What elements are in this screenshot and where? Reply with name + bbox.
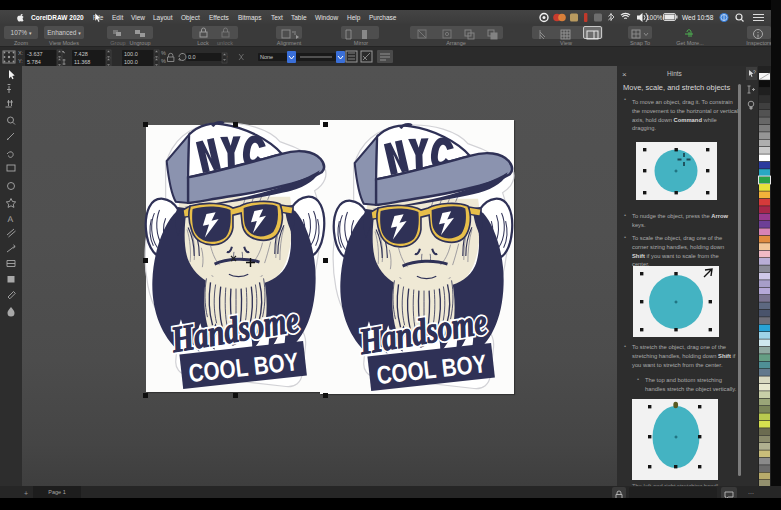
svg-text:A: A — [8, 214, 14, 224]
svg-text:?: ? — [753, 70, 756, 76]
